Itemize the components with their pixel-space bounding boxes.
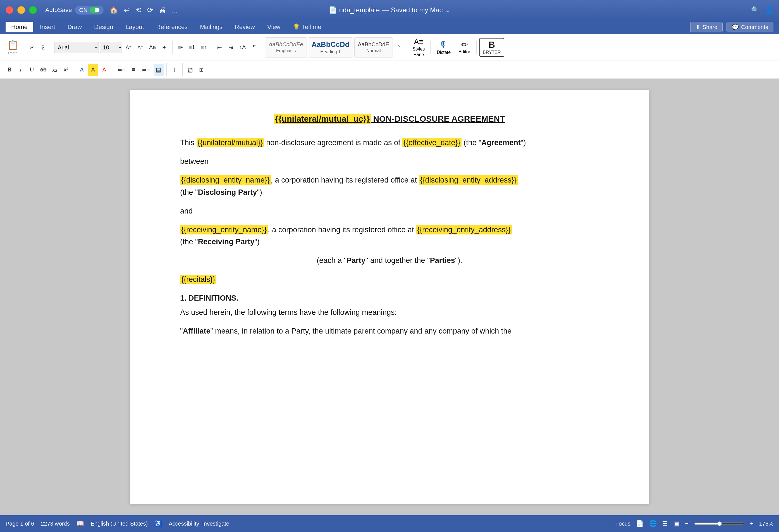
italic-button[interactable]: I	[16, 64, 26, 76]
redo-icon[interactable]: ⟳	[147, 6, 153, 14]
tab-review[interactable]: Review	[229, 22, 260, 32]
print-icon[interactable]: 🖨	[159, 6, 166, 14]
close-button[interactable]	[6, 6, 13, 14]
borders-button[interactable]: ⊞	[196, 64, 206, 76]
tab-layout[interactable]: Layout	[120, 22, 149, 32]
text-color-button[interactable]: A	[99, 64, 109, 76]
para-parties: (each a "Party" and together the "Partie…	[180, 255, 599, 267]
font-grow-button[interactable]: A⁺	[123, 41, 134, 54]
tab-insert[interactable]: Insert	[34, 22, 61, 32]
bold-button[interactable]: B	[4, 64, 14, 76]
more-icon[interactable]: ...	[172, 6, 178, 14]
dictate-button[interactable]: 🎙 Dictate	[433, 39, 454, 56]
title-icons: 🏠 ↩ ⟲ ⟳ 🖨 ...	[109, 6, 178, 14]
change-case-button[interactable]: Aa	[147, 41, 158, 54]
decrease-indent-button[interactable]: ⇤	[215, 41, 225, 54]
style-emphasis[interactable]: AaBbCcDdEe Emphasis	[265, 38, 307, 58]
accessibility-icon[interactable]: ♿	[155, 520, 162, 527]
emphasis-label: Emphasis	[276, 48, 296, 53]
tab-references[interactable]: References	[151, 22, 193, 32]
document-area[interactable]: {{unilateral/mutual_uc}} NON-DISCLOSURE …	[0, 79, 779, 515]
normal-preview: AaBbCcDdE	[358, 41, 389, 48]
heading1-preview: AaBbCcDd	[312, 40, 350, 49]
zoom-slider[interactable]	[694, 521, 744, 526]
tab-tell-me[interactable]: 💡 Tell me	[287, 22, 327, 32]
party2-after: (the "Receiving Party")	[180, 238, 260, 246]
pilcrow-button[interactable]: ¶	[249, 41, 259, 54]
styles-pane-button[interactable]: A≡ StylesPane	[410, 36, 428, 58]
normal-label: Normal	[366, 48, 381, 53]
increase-indent-button[interactable]: ⇥	[226, 41, 236, 54]
minimize-button[interactable]	[17, 6, 25, 14]
share-profile-icon[interactable]: 👤	[765, 6, 773, 14]
share-button[interactable]: ⬆ Share	[690, 22, 723, 32]
comments-button[interactable]: 💬 Comments	[726, 22, 773, 32]
sort-button[interactable]: ↕A	[237, 41, 248, 54]
dictate-label: Dictate	[437, 50, 451, 55]
document-title-line: {{unilateral/mutual_uc}} NON-DISCLOSURE …	[180, 112, 599, 126]
accessibility-label[interactable]: Accessibility: Investigate	[169, 521, 229, 527]
autosave-toggle[interactable]: ON	[75, 6, 104, 14]
sep-fmt2	[112, 63, 112, 76]
doc-save-state: Saved to my Mac	[391, 6, 442, 14]
superscript-button[interactable]: x²	[61, 64, 71, 76]
maximize-button[interactable]	[29, 6, 37, 14]
tab-view[interactable]: View	[261, 22, 286, 32]
para-recitals: {{recitals}}	[180, 273, 599, 285]
party1-highlight: {{disclosing_entity_name}}	[180, 175, 271, 185]
view-web-icon[interactable]: 🌐	[649, 520, 657, 527]
cut-button[interactable]: ✂	[27, 41, 37, 54]
paste-button[interactable]: 📋 Paste	[4, 39, 21, 56]
paste-label: Paste	[8, 51, 17, 55]
tab-home[interactable]: Home	[6, 22, 33, 32]
zoom-in-icon[interactable]: +	[750, 520, 754, 527]
font-selector[interactable]: Arial	[54, 42, 99, 53]
view-focus-icon[interactable]: ▣	[673, 520, 679, 527]
view-print-icon[interactable]: 📄	[636, 520, 644, 527]
tab-draw[interactable]: Draw	[62, 22, 87, 32]
search-icon[interactable]: 🔍	[751, 6, 760, 14]
align-justify-button[interactable]: ▤	[154, 64, 164, 76]
shading-button[interactable]: ▧	[185, 64, 195, 76]
strikethrough-button[interactable]: ab	[38, 64, 49, 76]
undo-icon[interactable]: ↩	[124, 6, 130, 14]
share-area: ⬆ Share 💬 Comments	[690, 22, 773, 32]
paste-icon: 📋	[7, 40, 18, 50]
bryter-icon: B	[489, 40, 495, 50]
view-outline-icon[interactable]: ☰	[662, 520, 668, 527]
numbered-list-button[interactable]: ≡1	[186, 41, 197, 54]
bullet-list-button[interactable]: ≡•	[175, 41, 185, 54]
focus-label[interactable]: Focus	[615, 521, 631, 527]
doc-dropdown-icon[interactable]: ⌄	[445, 6, 451, 14]
clear-format-button[interactable]: ✦	[160, 41, 170, 54]
status-icon-book[interactable]: 📖	[76, 520, 84, 527]
editor-button[interactable]: ✏ Editor	[455, 39, 474, 56]
affiliate-para: "Affiliate” means, in relation to a Part…	[180, 325, 599, 337]
align-right-button[interactable]: ➡≡	[140, 64, 153, 76]
undo-arrow-icon[interactable]: ⟲	[135, 6, 141, 14]
sep3	[172, 41, 173, 54]
align-center-button[interactable]: ≡	[129, 64, 139, 76]
font-shrink-button[interactable]: A⁻	[135, 41, 146, 54]
subscript-button[interactable]: x₂	[50, 64, 60, 76]
font-size-selector[interactable]: 10	[100, 42, 122, 53]
multilevel-list-button[interactable]: ≡↑	[198, 41, 209, 54]
tab-mailings[interactable]: Mailings	[194, 22, 228, 32]
copy-button[interactable]: ⎘	[38, 41, 48, 54]
title-bar: AutoSave ON 🏠 ↩ ⟲ ⟳ 🖨 ... 📄 nda_template…	[0, 0, 779, 20]
underline-button[interactable]: U	[27, 64, 37, 76]
align-left-button[interactable]: ⬅≡	[115, 64, 128, 76]
font-color-button[interactable]: A	[77, 64, 87, 76]
para1-highlight2: {{effective_date}}	[402, 138, 462, 147]
line-spacing-button[interactable]: ↕	[170, 64, 180, 76]
style-heading1[interactable]: AaBbCcDd Heading 1	[308, 38, 353, 58]
bryter-button[interactable]: B BRYTER	[479, 38, 504, 57]
tab-design[interactable]: Design	[88, 22, 119, 32]
sep-fmt3	[166, 63, 167, 76]
styles-expand-button[interactable]: ⌃	[394, 41, 404, 54]
doc-icon: 📄	[328, 6, 337, 14]
highlight-color-button[interactable]: A	[88, 64, 98, 76]
zoom-out-icon[interactable]: −	[685, 520, 688, 527]
style-normal[interactable]: AaBbCcDdE Normal	[354, 38, 393, 58]
home-icon[interactable]: 🏠	[109, 6, 118, 14]
